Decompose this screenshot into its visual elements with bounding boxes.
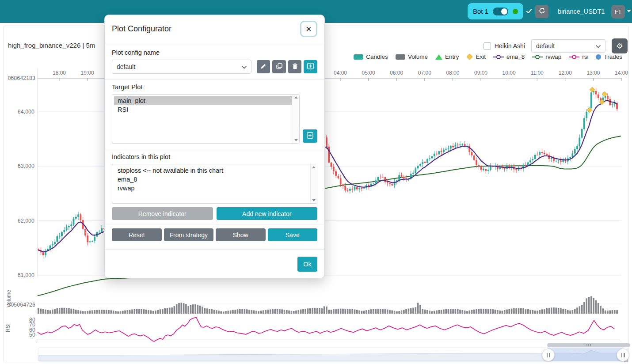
chart-controls: Heikin Ashi default ⚙ <box>484 38 628 53</box>
modal-close-button[interactable]: × <box>300 21 317 37</box>
chart-title: high_frog_binance_v226 | 5m <box>8 42 95 49</box>
reload-button[interactable] <box>535 5 548 18</box>
copy-icon <box>276 63 282 71</box>
scroll-up-icon[interactable] <box>312 166 316 168</box>
legend-label: Volume <box>408 53 428 60</box>
rsi-axis-name: RSI <box>5 322 11 334</box>
reset-button[interactable]: Reset <box>112 228 162 241</box>
add-target-plot-button[interactable] <box>303 129 317 143</box>
legend-label: Entry <box>445 53 459 60</box>
scrollbar[interactable] <box>293 95 299 143</box>
modal-title: Plot Configurator <box>112 24 171 34</box>
plot-config-name-label: Plot config name <box>112 49 317 56</box>
datazoom-right-handle[interactable] <box>617 349 629 361</box>
config-name-select[interactable]: default <box>112 60 251 74</box>
bot-online-dot <box>513 9 518 14</box>
datazoom-left-handle[interactable] <box>542 349 555 361</box>
legend-label: Candles <box>366 53 388 60</box>
indicators-listbox[interactable]: stoploss <-- not available in this chart… <box>112 164 317 204</box>
ok-button[interactable]: Ok <box>297 257 317 272</box>
plot-configurator-modal: Plot Configurator × Plot config name def… <box>104 15 325 278</box>
legend-item-Candles[interactable]: Candles <box>354 53 388 60</box>
show-button[interactable]: Show <box>216 228 266 241</box>
bot-toggle[interactable] <box>493 8 508 15</box>
bot-selector-pill[interactable]: Bot 1 <box>468 3 523 19</box>
trash-icon <box>292 63 298 71</box>
modal-footer: Ok <box>105 249 324 279</box>
line-ring-icon <box>532 57 543 57</box>
entry-triangle-icon <box>435 54 442 60</box>
indicator-item[interactable]: rvwap <box>114 184 310 193</box>
indicator-item[interactable]: ema_8 <box>114 175 310 184</box>
exit-diamond-icon <box>466 53 473 61</box>
delete-config-button[interactable] <box>288 60 302 73</box>
modal-body: Plot config name default <box>105 43 324 241</box>
remove-indicator-button[interactable]: Remove indicator <box>112 207 213 220</box>
plus-square-icon <box>307 132 313 140</box>
legend-item-Exit[interactable]: Exit <box>466 53 486 60</box>
plot-config-selected-value: default <box>536 42 555 49</box>
legend-label: ema_8 <box>506 53 525 60</box>
scroll-up-icon[interactable] <box>294 96 298 99</box>
modal-header: Plot Configurator × <box>105 15 324 43</box>
plus-square-icon <box>307 63 314 71</box>
legend-item-Entry[interactable]: Entry <box>435 53 459 60</box>
pencil-icon <box>260 63 267 71</box>
scrollbar[interactable] <box>310 164 317 203</box>
edit-config-button[interactable] <box>257 60 270 73</box>
chevron-down-icon <box>242 63 247 70</box>
chart-legend: CandlesVolumeEntryExitema_8rvwaprsiTrade… <box>354 53 622 60</box>
add-new-indicator-button[interactable]: Add new indicator <box>217 207 318 220</box>
legend-item-rvwap[interactable]: rvwap <box>532 53 561 60</box>
legend-item-ema_8[interactable]: ema_8 <box>493 53 525 60</box>
legend-item-Trades[interactable]: Trades <box>596 53 622 60</box>
toggle-knob <box>501 8 507 15</box>
Candles-swatch-icon <box>354 54 363 60</box>
datazoom-window[interactable] <box>548 348 622 361</box>
target-plot-listbox[interactable]: main_plotRSI <box>112 94 300 144</box>
target-plot-row: main_plotRSI <box>112 94 317 144</box>
chevron-down-icon <box>596 42 601 49</box>
plot-config-row: default <box>112 60 317 74</box>
bot-name-label: Bot 1 <box>473 8 488 15</box>
line-ring-icon <box>569 57 579 57</box>
config-name-value: default <box>117 63 135 70</box>
legend-label: Exit <box>476 53 486 60</box>
chart-settings-button[interactable]: ⚙ <box>612 38 628 53</box>
gear-icon: ⚙ <box>616 42 623 51</box>
avatar[interactable]: FT <box>611 5 625 19</box>
volume-axis-name: Volume <box>6 287 12 310</box>
target-plot-option[interactable]: main_plot <box>114 96 292 105</box>
add-config-button[interactable] <box>304 60 317 73</box>
plot-config-select[interactable]: default <box>531 39 605 53</box>
Volume-swatch-icon <box>396 54 405 60</box>
target-plot-option[interactable]: RSI <box>114 105 292 114</box>
chevron-down-icon[interactable] <box>627 10 631 12</box>
close-icon: × <box>306 24 312 34</box>
indicator-item[interactable]: stoploss <-- not available in this chart <box>114 166 310 175</box>
duplicate-config-button[interactable] <box>272 60 286 73</box>
indicators-label: Indicators in this plot <box>112 153 317 160</box>
datazoom-move-handle[interactable] <box>547 343 630 347</box>
line-ring-icon <box>493 57 504 57</box>
target-plot-label: Target Plot <box>112 83 317 91</box>
legend-item-rsi[interactable]: rsi <box>569 53 588 60</box>
heikin-ashi-checkbox[interactable] <box>484 42 491 50</box>
legend-label: rvwap <box>545 53 561 60</box>
instance-name: binance_USDT1 <box>558 8 605 15</box>
legend-label: Trades <box>604 53 622 60</box>
heikin-ashi-label: Heikin Ashi <box>495 42 525 49</box>
from-strategy-button[interactable]: From strategy <box>164 228 214 241</box>
check-icon <box>525 8 533 16</box>
reload-icon <box>538 7 546 16</box>
scroll-down-icon[interactable] <box>294 139 298 141</box>
scroll-down-icon[interactable] <box>312 199 316 201</box>
save-button[interactable]: Save <box>268 228 318 241</box>
legend-label: rsi <box>582 53 588 60</box>
legend-item-Volume[interactable]: Volume <box>396 53 428 60</box>
trades-circle-icon <box>596 54 601 60</box>
